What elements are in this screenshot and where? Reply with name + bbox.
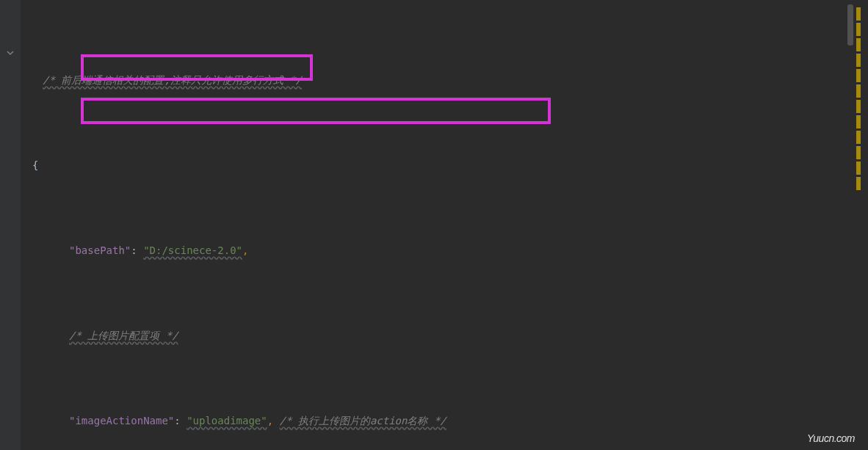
warning-marker[interactable]	[856, 54, 861, 67]
open-brace: {	[32, 155, 38, 176]
comment-text: /* 执行上传图片的action名称 */	[280, 410, 446, 432]
scrollbar-handle[interactable]	[847, 4, 853, 46]
warning-marker[interactable]	[856, 146, 861, 159]
code-editor[interactable]: /* 前后端通信相关的配置,注释只允许使用多行方式 */ { "basePath…	[0, 0, 868, 450]
warning-marker[interactable]	[856, 38, 861, 51]
comment-text: /* 上传图片配置项 */	[69, 325, 178, 346]
editor-gutter	[0, 0, 21, 450]
warning-marker[interactable]	[856, 131, 861, 144]
warning-marker[interactable]	[856, 115, 861, 128]
warning-marker[interactable]	[856, 23, 861, 36]
warning-marker[interactable]	[856, 69, 861, 82]
code-line[interactable]: /* 上传图片配置项 */	[32, 325, 861, 346]
code-line[interactable]: "imageActionName": "uploadimage", /* 执行上…	[32, 410, 861, 432]
warning-stripe[interactable]	[856, 7, 864, 191]
code-content[interactable]: /* 前后端通信相关的配置,注释只允许使用多行方式 */ { "basePath…	[28, 6, 861, 450]
comment-text: /* 前后端通信相关的配置,注释只允许使用多行方式 */	[43, 70, 302, 91]
fold-icon[interactable]	[6, 48, 15, 57]
warning-marker[interactable]	[856, 177, 861, 190]
json-key: "basePath"	[69, 240, 131, 261]
json-key: "imageActionName"	[69, 410, 174, 432]
warning-marker[interactable]	[856, 7, 861, 21]
json-value: "uploadimage"	[187, 410, 267, 432]
watermark-label: Yuucn.com	[807, 432, 855, 444]
warning-marker[interactable]	[856, 100, 861, 113]
code-line[interactable]: /* 前后端通信相关的配置,注释只允许使用多行方式 */	[32, 70, 861, 91]
json-value: "D:/scinece-2.0"	[143, 240, 242, 261]
code-line[interactable]: "basePath": "D:/scinece-2.0",	[32, 240, 861, 261]
warning-marker[interactable]	[856, 162, 861, 175]
code-line[interactable]: {	[32, 155, 861, 176]
warning-marker[interactable]	[856, 84, 861, 98]
